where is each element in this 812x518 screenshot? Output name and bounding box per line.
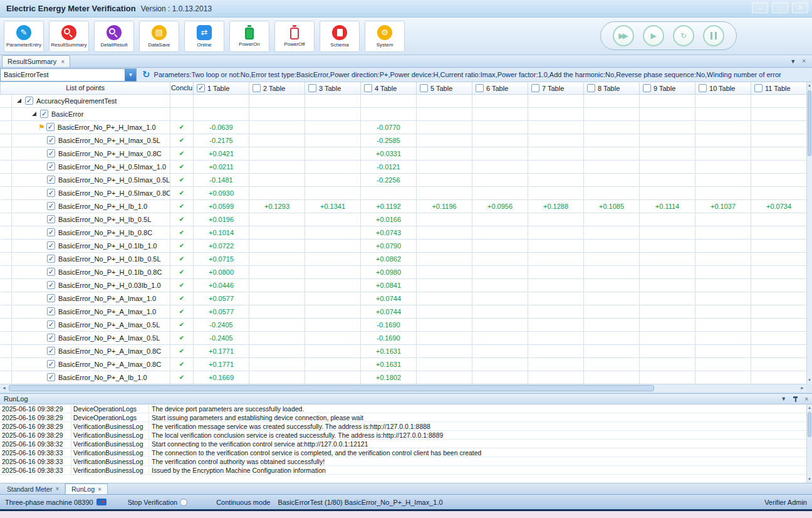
horizontal-scrollbar[interactable]: ◄ ► [0, 384, 806, 392]
chevron-down-icon[interactable]: ▼ [125, 69, 136, 81]
row-checkbox[interactable]: ✓ [47, 347, 55, 355]
scroll-up-icon[interactable]: ▲ [807, 82, 812, 89]
table-row[interactable]: ✓BasicError_No_P+_H_Ib_0.8C✔+0.1014+0.07… [1, 226, 807, 239]
chevron-down-icon[interactable]: ▼ [790, 58, 796, 65]
tree-group-row[interactable]: ✓AccuracyRequirementTest [1, 94, 807, 107]
stop-verification-label[interactable]: Stop Verification [128, 499, 178, 506]
row-checkbox[interactable]: ✓ [47, 215, 55, 223]
maximize-button[interactable]: □ [772, 3, 788, 13]
table-row[interactable]: ✓BasicError_No_P+_A_Imax_0.8C✔+0.1771+0.… [1, 344, 807, 357]
dock-tab-runlog[interactable]: RunLog× [65, 484, 108, 494]
row-checkbox[interactable]: ✓ [47, 136, 55, 144]
column-checkbox[interactable] [531, 84, 539, 92]
table-column-header[interactable]: 11 Table [751, 82, 806, 94]
tree-group-row[interactable]: ✓BasicError [1, 107, 807, 120]
online-button[interactable]: ⇄Online [184, 21, 224, 52]
log-row[interactable]: 2025-06-16 09:38:33VerificationBusinessL… [0, 457, 806, 466]
close-icon[interactable]: × [804, 396, 808, 403]
refresh-icon[interactable]: ↻ [142, 69, 150, 80]
table-column-header[interactable]: ✓1 Table [194, 82, 249, 94]
row-checkbox[interactable]: ✓ [47, 360, 55, 368]
table-row[interactable]: ✓BasicError_No_P+_H_0.5Imax_1.0✔+0.0211-… [1, 160, 807, 173]
column-checkbox[interactable] [308, 84, 316, 92]
scrollbar-thumb[interactable] [808, 412, 811, 437]
log-row[interactable]: 2025-06-16 09:38:29DeviceOperationLogsTh… [0, 404, 806, 413]
table-row[interactable]: ✓BasicError_No_P+_A_Imax_0.8C✔+0.1771+0.… [1, 357, 807, 371]
row-checkbox[interactable]: ✓ [47, 307, 55, 315]
row-checkbox[interactable]: ✓ [25, 97, 33, 105]
log-row[interactable]: 2025-06-16 09:38:29DeviceOperationLogsSt… [0, 413, 806, 422]
close-icon[interactable]: × [55, 485, 59, 492]
system-button[interactable]: ⚙System [365, 21, 405, 52]
row-checkbox[interactable]: ✓ [40, 110, 48, 118]
table-row[interactable]: ✓BasicError_No_P+_H_Imax_0.5L✔-0.2175-0.… [1, 134, 807, 147]
chevron-down-icon[interactable]: ▼ [781, 396, 786, 402]
power-off-button[interactable]: PowerOff [274, 21, 315, 52]
table-column-header[interactable]: 10 Table [695, 82, 751, 94]
tab-result-summary[interactable]: ResultSummary × [2, 55, 70, 67]
row-checkbox[interactable]: ✓ [46, 123, 55, 131]
stop-indicator-lamp[interactable] [180, 499, 187, 506]
row-checkbox[interactable]: ✓ [47, 334, 55, 342]
table-column-header[interactable]: 8 Table [584, 82, 640, 94]
row-checkbox[interactable]: ✓ [47, 294, 55, 302]
log-row[interactable]: 2025-06-16 09:38:29VerificationBusinessL… [0, 422, 806, 431]
log-row[interactable]: 2025-06-16 09:38:33VerificationBusinessL… [0, 448, 806, 457]
table-row[interactable]: ✓BasicError_No_P+_H_Imax_0.8C✔+0.0421+0.… [1, 147, 807, 160]
scroll-down-icon[interactable]: ▼ [807, 377, 812, 384]
test-select-dropdown[interactable]: BasicErrorTest ▼ [0, 68, 137, 82]
table-row[interactable]: ✓BasicError_No_P+_H_0.03Ib_1.0✔+0.0446+0… [1, 278, 807, 292]
data-save-button[interactable]: ▤DataSave [139, 21, 179, 52]
pin-icon[interactable] [793, 396, 798, 402]
table-row[interactable]: ✓BasicError_No_P+_A_Ib_1.0✔+0.1669+0.180… [1, 371, 807, 384]
detail-result-button[interactable]: DetailResult [94, 21, 134, 52]
row-checkbox[interactable]: ✓ [47, 149, 55, 157]
log-row[interactable]: 2025-06-16 09:38:33VerificationBusinessL… [0, 466, 806, 475]
log-row[interactable]: 2025-06-16 09:38:32VerificationBusinessL… [0, 440, 806, 448]
pause-button[interactable] [703, 25, 724, 46]
table-row[interactable]: ✓BasicError_No_P+_A_Imax_0.5L✔-0.2405-0.… [1, 331, 807, 344]
close-icon[interactable]: × [98, 486, 102, 493]
log-row[interactable]: 2025-06-16 09:38:29VerificationBusinessL… [0, 431, 806, 440]
scroll-right-icon[interactable]: ► [798, 384, 806, 392]
table-column-header[interactable]: 4 Table [361, 82, 417, 94]
table-row[interactable]: ✓BasicError_No_P+_H_0.5Imax_0.8C✔+0.0930 [1, 186, 807, 199]
table-column-header[interactable]: 7 Table [528, 82, 584, 94]
table-row[interactable]: ✓BasicError_No_P+_H_0.5Imax_0.5L✔-0.1481… [1, 173, 807, 186]
table-row[interactable]: ✓BasicError_No_P+_H_0.1Ib_0.8C✔+0.0800+0… [1, 265, 807, 278]
close-icon[interactable]: × [802, 58, 806, 65]
expand-icon[interactable] [32, 112, 36, 116]
scroll-up-icon[interactable]: ▲ [807, 404, 812, 411]
result-summary-button[interactable]: ResultSummary [49, 21, 89, 52]
row-checkbox[interactable]: ✓ [47, 268, 55, 276]
scrollbar-thumb[interactable] [9, 385, 654, 391]
row-checkbox[interactable]: ✓ [47, 228, 55, 236]
table-column-header[interactable]: 6 Table [472, 82, 528, 94]
table-column-header[interactable]: 9 Table [640, 82, 695, 94]
table-column-header[interactable]: 5 Table [417, 82, 472, 94]
scrollbar-thumb[interactable] [808, 90, 811, 156]
dock-tab-standard-meter[interactable]: Standard Meter× [1, 484, 65, 494]
column-checkbox[interactable] [754, 84, 763, 92]
row-checkbox[interactable]: ✓ [47, 189, 55, 197]
table-column-header[interactable]: 2 Table [249, 82, 305, 94]
column-checkbox[interactable]: ✓ [197, 84, 205, 92]
row-checkbox[interactable]: ✓ [47, 202, 55, 210]
column-checkbox[interactable] [252, 84, 261, 92]
play-button[interactable]: ▶ [643, 25, 664, 46]
minimize-button[interactable]: – [752, 3, 768, 13]
column-checkbox[interactable] [587, 84, 595, 92]
scroll-down-icon[interactable]: ▼ [807, 476, 812, 483]
close-button[interactable]: ✕ [792, 3, 808, 13]
column-checkbox[interactable] [364, 84, 372, 92]
column-checkbox[interactable] [476, 84, 484, 92]
row-checkbox[interactable]: ✓ [47, 241, 55, 250]
table-row[interactable]: ✓BasicError_No_P+_H_0.1Ib_0.5L✔+0.0715+0… [1, 252, 807, 265]
row-checkbox[interactable]: ✓ [47, 320, 55, 329]
column-checkbox[interactable] [643, 84, 651, 92]
table-row[interactable]: ✓BasicError_No_P+_A_Imax_0.5L✔-0.2405-0.… [1, 318, 807, 331]
table-row[interactable]: ✓BasicError_No_P+_H_Ib_0.5L✔+0.0196+0.01… [1, 213, 807, 226]
column-checkbox[interactable] [699, 84, 707, 92]
close-icon[interactable]: × [61, 58, 65, 65]
runlog-scrollbar[interactable]: ▲ ▼ [806, 404, 812, 483]
